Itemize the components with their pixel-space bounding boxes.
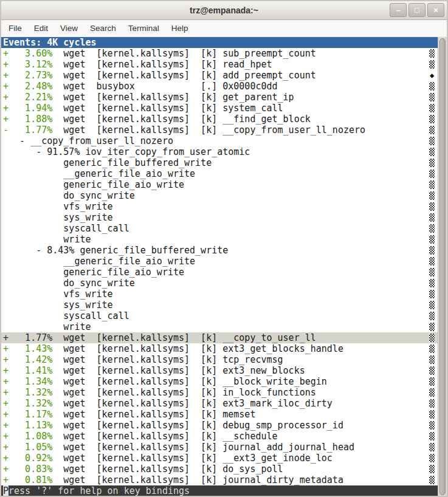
scrollbar-thumb[interactable] [439,38,446,495]
row-text: __generic_file_aio_write [3,168,195,179]
maximize-button[interactable]: □ [408,3,426,17]
row-scroll-marker [429,126,435,134]
perf-row[interactable]: sys_write [1,212,438,223]
perf-row[interactable]: __generic_file_aio_write [1,168,438,179]
perf-row[interactable]: + 1.17% wget [kernel.kallsyms] [k] memse… [1,409,438,420]
menu-item[interactable]: Terminal [122,21,165,35]
row-expander-percent: + 2.48% [3,81,52,92]
row-text: do_sync_write [3,278,135,289]
perf-row[interactable]: do_sync_write [1,190,438,201]
row-text: wget [kernel.kallsyms] [k] ext3_new_bloc… [52,365,305,376]
row-scroll-marker [429,312,435,320]
row-scroll-marker [429,191,435,200]
perf-row[interactable]: - 91.57% iov_iter_copy_from_user_atomic [1,146,438,157]
row-text: wget [kernel.kallsyms] [k] ext3_get_bloc… [52,343,343,354]
perf-row[interactable]: sys_write [1,300,438,310]
perf-row[interactable]: + 1.94% wget [kernel.kallsyms] [k] syste… [1,103,438,114]
terminal-window: trz@empanada:~ – □ × FileEditViewSearchT… [0,0,448,497]
menu-item[interactable]: File [2,21,28,35]
perf-row[interactable]: + 1.08% wget [kernel.kallsyms] [k] __sch… [1,431,438,442]
row-text: wget [kernel.kallsyms] [k] __ext3_get_in… [52,453,333,464]
minimize-button[interactable]: – [390,3,407,17]
row-scroll-marker [429,476,435,484]
perf-row[interactable]: + 1.77% wget [kernel.kallsyms] [k] __cop… [1,332,438,343]
row-text: wget [kernel.kallsyms] [k] tcp_recvmsg [52,354,283,365]
maximize-icon: □ [415,5,419,15]
row-scroll-marker [429,148,435,156]
row-text: wget [kernel.kallsyms] [k] journal_dirty… [52,475,343,485]
menu-item[interactable]: View [54,21,84,35]
perf-row[interactable]: __generic_file_aio_write [1,256,438,267]
perf-row[interactable]: syscall_call [1,310,438,321]
perf-row[interactable]: generic_file_buffered_write [1,157,438,168]
terminal-cursor: P [3,485,9,496]
row-expander-percent: + 3.12% [3,59,52,70]
perf-row[interactable]: + 1.32% wget [kernel.kallsyms] [k] ext3_… [1,398,438,409]
menu-item[interactable]: Search [84,21,122,35]
perf-row[interactable]: vfs_write [1,201,438,212]
perf-row[interactable]: - 8.43% generic_file_buffered_write [1,245,438,256]
row-scroll-marker [429,93,435,101]
row-text: wget busybox [.] 0x0000c0dd [52,81,277,92]
row-expander-percent: + 1.41% [3,365,52,376]
row-expander-percent: + 1.34% [3,376,52,387]
perf-row[interactable]: + 1.32% wget [kernel.kallsyms] [k] in_lo… [1,387,438,398]
terminal-viewport: Events: 4K cycles + 3.60% wget [kernel.k… [1,37,447,496]
perf-row[interactable]: + 2.48% wget busybox [.] 0x0000c0dd [1,81,438,92]
perf-row[interactable]: write [1,321,438,332]
row-text: - 8.43% generic_file_buffered_write [3,245,228,256]
perf-row[interactable]: - __copy_from_user_ll_nozero [1,135,438,146]
row-scroll-marker [429,246,435,255]
titlebar[interactable]: trz@empanada:~ – □ × [1,1,447,20]
row-scroll-marker [429,257,435,266]
row-text: wget [kernel.kallsyms] [k] memset [52,409,255,420]
perf-row[interactable]: generic_file_aio_write [1,267,438,278]
perf-row[interactable]: syscall_call [1,223,438,234]
row-scroll-marker [429,224,435,233]
perf-row[interactable]: + 1.05% wget [kernel.kallsyms] [k] journ… [1,442,438,453]
row-scroll-marker [429,465,435,473]
row-scroll-marker [429,279,435,287]
row-scroll-marker [429,159,435,167]
close-button[interactable]: × [427,3,444,17]
perf-row[interactable]: generic_file_aio_write [1,179,438,190]
perf-row[interactable]: + 1.88% wget [kernel.kallsyms] [k] __fin… [1,114,438,125]
row-scroll-marker: ◆ [429,71,435,80]
perf-row[interactable]: + 1.42% wget [kernel.kallsyms] [k] tcp_r… [1,354,438,365]
row-text: wget [kernel.kallsyms] [k] ext3_mark_ilo… [52,398,333,409]
row-scroll-marker [429,202,435,211]
perf-row[interactable]: + 2.21% wget [kernel.kallsyms] [k] get_p… [1,92,438,103]
perf-row[interactable]: + 0.92% wget [kernel.kallsyms] [k] __ext… [1,453,438,464]
menu-item[interactable]: Edit [28,21,54,35]
perf-row[interactable]: + 0.81% wget [kernel.kallsyms] [k] journ… [1,475,438,485]
scrollbar[interactable] [438,37,447,496]
row-text: wget [kernel.kallsyms] [k] __find_get_bl… [52,114,310,125]
row-text: vfs_write [3,289,113,300]
row-text: syscall_call [3,223,129,234]
perf-row[interactable]: + 3.60% wget [kernel.kallsyms] [k] sub_p… [1,48,438,59]
row-scroll-marker [429,49,435,58]
perf-row[interactable]: + 1.34% wget [kernel.kallsyms] [k] __blo… [1,376,438,387]
status-text: ress '?' for help on key bindings [9,485,190,496]
perf-row[interactable]: - 1.77% wget [kernel.kallsyms] [k] __cop… [1,125,438,135]
row-scroll-marker [429,432,435,440]
row-scroll-marker [429,180,435,189]
row-scroll-marker [429,170,435,178]
perf-row[interactable]: + 1.41% wget [kernel.kallsyms] [k] ext3_… [1,365,438,376]
perf-row[interactable]: vfs_write [1,289,438,300]
row-text: wget [kernel.kallsyms] [k] add_preempt_c… [52,70,315,81]
perf-row[interactable]: + 3.12% wget [kernel.kallsyms] [k] read_… [1,59,438,70]
perf-row[interactable]: + 2.73% wget [kernel.kallsyms] [k] add_p… [1,70,438,81]
row-scroll-marker [429,399,435,408]
perf-row[interactable]: write [1,234,438,245]
row-text: do_sync_write [3,190,135,201]
perf-row[interactable]: + 0.83% wget [kernel.kallsyms] [k] do_sy… [1,464,438,475]
perf-row[interactable]: do_sync_write [1,278,438,289]
menu-item[interactable]: Help [165,21,195,35]
row-scroll-marker [429,388,435,397]
row-text: wget [kernel.kallsyms] [k] in_lock_funct… [52,387,315,398]
row-expander-percent: + 1.94% [3,103,52,114]
perf-row[interactable]: + 1.43% wget [kernel.kallsyms] [k] ext3_… [1,343,438,354]
row-text: syscall_call [3,310,129,321]
perf-row[interactable]: + 1.13% wget [kernel.kallsyms] [k] debug… [1,420,438,431]
